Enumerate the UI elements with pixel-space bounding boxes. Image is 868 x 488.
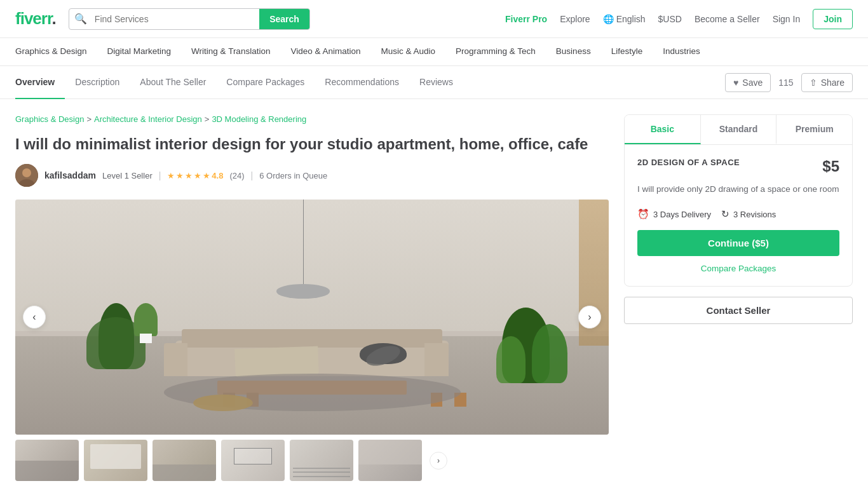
thumbnail-2[interactable] — [84, 440, 147, 481]
blanket — [234, 346, 318, 377]
explore-link[interactable]: Explore — [560, 14, 590, 24]
compare-packages-link[interactable]: Compare Packages — [637, 264, 839, 273]
search-input[interactable] — [92, 10, 259, 28]
sign-in-link[interactable]: Sign In — [773, 14, 801, 24]
heart-icon: ♥ — [733, 78, 738, 88]
language-label: English — [616, 14, 646, 24]
language-link[interactable]: 🌐 English — [603, 14, 646, 24]
pkg-tab-premium[interactable]: Premium — [776, 115, 852, 144]
sofa-arm-right — [424, 343, 448, 376]
tab-recommendations[interactable]: Recommendations — [315, 66, 409, 99]
pkg-tab-standard[interactable]: Standard — [701, 115, 777, 144]
content-right: Basic Standard Premium 2D DESIGN OF A SP… — [624, 114, 853, 488]
sub-nav: Overview Description About The Seller Co… — [0, 66, 868, 99]
thumbnail-6[interactable] — [358, 440, 422, 481]
share-button[interactable]: ⇧ Share — [801, 73, 853, 92]
cat-video-animation[interactable]: Video & Animation — [280, 38, 370, 66]
main-image: ‹ › — [15, 200, 609, 435]
fiverr-logo[interactable]: fiverr. — [15, 9, 56, 29]
revisions-label: 3 Revisions — [733, 210, 776, 219]
room-scene — [15, 200, 609, 435]
divider-1: | — [159, 170, 161, 180]
thumbnail-strip: › — [15, 440, 609, 481]
breadcrumb-graphics-design[interactable]: Graphics & Design — [15, 114, 84, 124]
breadcrumb-3d-modeling[interactable]: 3D Modeling & Rendering — [212, 114, 306, 124]
lamp-cord — [303, 200, 304, 289]
contact-seller-button[interactable]: Contact Seller — [624, 297, 853, 324]
seller-name[interactable]: kafilsaddam — [44, 170, 96, 180]
become-seller-link[interactable]: Become a Seller — [695, 14, 760, 24]
package-card: Basic Standard Premium 2D DESIGN OF A SP… — [624, 114, 853, 287]
plant-right-3 — [496, 336, 526, 383]
package-tabs: Basic Standard Premium — [625, 115, 852, 145]
orders-queue: 6 Orders in Queue — [259, 171, 327, 180]
cat-graphics-design[interactable]: Graphics & Design — [15, 38, 97, 66]
rating-value: 4.8 — [212, 171, 223, 180]
plant-small — [134, 303, 158, 336]
top-nav: fiverr. 🔍 Search Fiverr Pro Explore 🌐 En… — [0, 0, 868, 38]
cat-business[interactable]: Business — [546, 38, 601, 66]
star-1: ★ — [167, 171, 175, 180]
delivery-label: 3 Days Delivery — [653, 210, 711, 219]
cat-lifestyle[interactable]: Lifestyle — [601, 38, 653, 66]
pkg-tab-basic[interactable]: Basic — [625, 115, 701, 144]
search-icon: 🔍 — [69, 13, 92, 25]
breadcrumb: Graphics & Design > Architecture & Inter… — [15, 114, 609, 124]
refresh-icon: ↻ — [721, 208, 729, 220]
tab-compare-packages[interactable]: Compare Packages — [216, 66, 315, 99]
share-label: Share — [821, 78, 844, 88]
package-header: 2D DESIGN OF A SPACE $5 — [637, 158, 839, 175]
currency-link[interactable]: $USD — [658, 14, 682, 24]
tab-description[interactable]: Description — [65, 66, 130, 99]
cat-digital-marketing[interactable]: Digital Marketing — [97, 38, 182, 66]
package-body: 2D DESIGN OF A SPACE $5 I will provide o… — [625, 145, 852, 286]
star-2: ★ — [176, 171, 184, 180]
save-button[interactable]: ♥ Save — [725, 73, 771, 92]
package-price: $5 — [822, 158, 839, 175]
join-button[interactable]: Join — [813, 9, 853, 29]
tab-reviews[interactable]: Reviews — [409, 66, 463, 99]
sofa-arm-left — [164, 343, 187, 376]
thumbnail-3[interactable] — [153, 440, 216, 481]
tab-about-seller[interactable]: About The Seller — [130, 66, 216, 99]
cat-programming-tech[interactable]: Programming & Tech — [445, 38, 546, 66]
tab-overview[interactable]: Overview — [15, 66, 65, 99]
star-4: ★ — [194, 171, 201, 180]
cat-industries[interactable]: Industries — [653, 38, 710, 66]
cat-music-audio[interactable]: Music & Audio — [371, 38, 446, 66]
continue-button[interactable]: Continue ($5) — [637, 230, 839, 256]
fiverr-pro-link[interactable]: Fiverr Pro — [505, 14, 547, 24]
clock-icon: ⏰ — [637, 208, 649, 220]
gallery-next-button[interactable]: › — [578, 306, 601, 329]
thumbnail-next-button[interactable]: › — [430, 452, 447, 470]
thumbnail-4[interactable] — [221, 440, 285, 481]
sofa-back — [182, 329, 443, 348]
gallery-prev-button[interactable]: ‹ — [23, 306, 46, 329]
share-icon: ⇧ — [810, 78, 817, 88]
star-5: ★ — [203, 171, 210, 180]
lamp-shade — [276, 284, 330, 298]
globe-icon: 🌐 — [603, 14, 614, 24]
cat-writing-translation[interactable]: Writing & Translation — [181, 38, 280, 66]
delivery-meta: ⏰ 3 Days Delivery — [637, 208, 711, 220]
thumbnail-1[interactable] — [15, 440, 79, 481]
save-label: Save — [742, 78, 763, 88]
category-nav: Graphics & Design Digital Marketing Writ… — [0, 38, 868, 66]
seller-info: kafilsaddam Level 1 Seller | ★ ★ ★ ★ ★ 4… — [15, 164, 609, 187]
package-meta: ⏰ 3 Days Delivery ↻ 3 Revisions — [637, 208, 839, 220]
plant-stand — [140, 334, 152, 343]
image-gallery: ‹ › — [15, 200, 609, 481]
star-rating: ★ ★ ★ ★ ★ 4.8 — [167, 171, 223, 180]
review-count: (24) — [229, 171, 244, 180]
search-button[interactable]: Search — [259, 9, 309, 29]
thumbnail-5[interactable] — [290, 440, 353, 481]
gig-title: I will do minimalist interior design for… — [15, 134, 609, 154]
search-bar: 🔍 Search — [69, 8, 310, 30]
divider-2: | — [251, 170, 254, 180]
seller-level: Level 1 Seller — [102, 171, 153, 180]
breadcrumb-architecture[interactable]: Architecture & Interior Design — [94, 114, 202, 124]
pouf — [193, 395, 252, 411]
nav-actions: ♥ Save 115 ⇧ Share — [725, 73, 853, 92]
avatar — [15, 164, 38, 187]
package-name: 2D DESIGN OF A SPACE — [637, 158, 740, 167]
